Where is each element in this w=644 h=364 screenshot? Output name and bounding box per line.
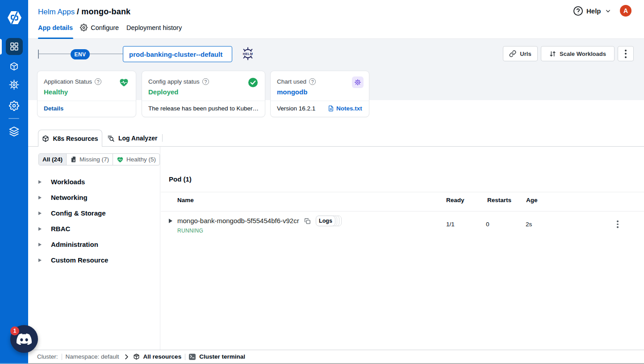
svg-text:HELM: HELM [243,52,253,56]
